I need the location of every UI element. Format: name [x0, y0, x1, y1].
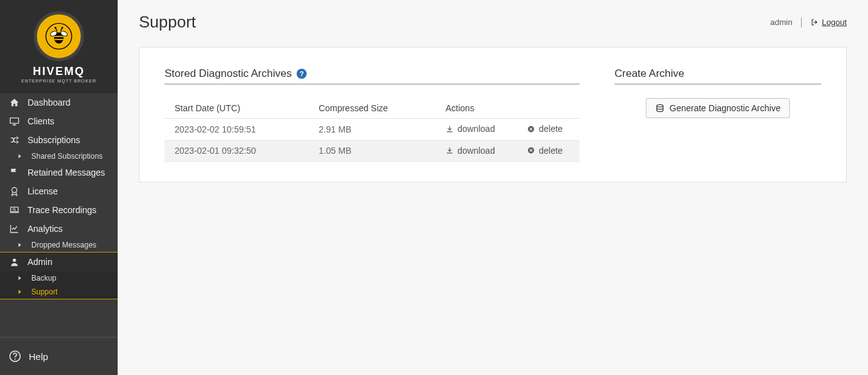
svg-rect-10 — [10, 118, 18, 124]
logout-icon — [810, 18, 819, 26]
divider — [801, 18, 802, 28]
delete-label: delete — [539, 124, 563, 134]
sidebar-sub-label: Dropped Messages — [31, 241, 96, 249]
svg-point-13 — [13, 208, 15, 210]
logout-label: Logout — [822, 18, 847, 27]
svg-point-8 — [54, 27, 56, 29]
sidebar-item-clients[interactable]: Clients — [0, 112, 118, 131]
logo-area: HIVEMQ ENTERPRISE MQTT BROKER — [0, 0, 118, 93]
download-icon — [446, 125, 454, 133]
delete-action[interactable]: delete — [527, 124, 563, 134]
page-title: Support — [139, 12, 196, 32]
sidebar-item-dashboard[interactable]: Dashboard — [0, 93, 118, 112]
database-icon — [655, 104, 665, 113]
generate-archive-button[interactable]: Generate Diagnostic Archive — [646, 98, 790, 118]
svg-rect-12 — [11, 207, 18, 211]
svg-point-14 — [13, 259, 16, 262]
archives-header: Stored Diagnostic Archives ? — [165, 68, 580, 84]
sidebar-item-label: Clients — [28, 116, 54, 126]
main-content: Support admin Logout Stored Diagnostic A… — [118, 0, 868, 375]
download-action[interactable]: download — [446, 124, 495, 134]
archives-section: Stored Diagnostic Archives ? Start Date … — [165, 68, 580, 162]
cell-size: 2.91 MB — [309, 119, 436, 141]
logout-link[interactable]: Logout — [810, 18, 847, 27]
content-wrap: Stored Diagnostic Archives ? Start Date … — [118, 47, 868, 182]
home-icon — [9, 98, 19, 108]
logo-name: HIVEMQ — [6, 65, 111, 78]
create-archive-header: Create Archive — [615, 68, 821, 84]
table-row: 2023-02-02 10:59:51 2.91 MB download — [165, 119, 580, 141]
sidebar-sub-support[interactable]: Support — [0, 285, 118, 299]
sidebar-sub-label: Shared Subscriptions — [31, 152, 103, 161]
sidebar-item-admin[interactable]: Admin — [0, 252, 118, 271]
column-header-date: Start Date (UTC) — [165, 98, 309, 119]
create-archive-section: Create Archive Generate Diagnostic Archi… — [615, 68, 821, 118]
download-label: download — [457, 146, 495, 156]
svg-rect-2 — [54, 36, 63, 37]
svg-point-9 — [61, 27, 63, 29]
svg-point-16 — [14, 359, 16, 360]
column-header-size: Compressed Size — [309, 98, 436, 119]
sidebar-item-license[interactable]: License — [0, 182, 118, 201]
download-label: download — [457, 124, 495, 134]
download-icon — [446, 146, 454, 154]
user-icon — [9, 257, 19, 267]
sidebar-sub-backup[interactable]: Backup — [0, 271, 118, 285]
logo-tagline: ENTERPRISE MQTT BROKER — [6, 79, 111, 83]
sidebar-item-label: Dashboard — [28, 98, 71, 108]
sidebar: HIVEMQ ENTERPRISE MQTT BROKER Dashboard … — [0, 0, 118, 375]
sidebar-item-analytics[interactable]: Analytics — [0, 219, 118, 238]
delete-icon — [527, 146, 535, 154]
sidebar-item-label: Subscriptions — [28, 135, 80, 145]
help-circle-icon — [9, 350, 21, 362]
sidebar-sub-shared-subscriptions[interactable]: Shared Subscriptions — [0, 149, 118, 163]
topbar-right: admin Logout — [770, 18, 847, 28]
cell-size: 1.05 MB — [309, 140, 436, 162]
svg-rect-3 — [54, 39, 63, 40]
sidebar-item-label: Admin — [28, 257, 53, 267]
cell-date: 2023-02-02 10:59:51 — [165, 119, 309, 141]
support-card: Stored Diagnostic Archives ? Start Date … — [139, 47, 847, 182]
sidebar-item-label: Trace Recordings — [28, 205, 96, 215]
sidebar-item-label: License — [28, 186, 58, 196]
generate-archive-label: Generate Diagnostic Archive — [670, 103, 780, 113]
sidebar-sub-dropped-messages[interactable]: Dropped Messages — [0, 238, 118, 252]
create-archive-title: Create Archive — [615, 68, 685, 80]
archives-table: Start Date (UTC) Compressed Size Actions… — [165, 98, 580, 162]
delete-action[interactable]: delete — [527, 146, 563, 156]
sidebar-sub-label: Backup — [31, 274, 56, 282]
laptop-search-icon — [9, 205, 19, 215]
sidebar-nav: Dashboard Clients Subscriptions Shared S… — [0, 93, 118, 337]
bee-icon — [45, 22, 73, 50]
delete-label: delete — [539, 146, 563, 156]
sidebar-item-help[interactable]: Help — [0, 342, 118, 370]
sidebar-item-label: Analytics — [28, 224, 63, 234]
current-user-label: admin — [770, 18, 792, 27]
svg-point-11 — [12, 188, 17, 192]
sidebar-item-retained-messages[interactable]: Retained Messages — [0, 163, 118, 182]
flag-icon — [9, 168, 19, 178]
caret-right-icon — [18, 242, 23, 248]
chart-line-icon — [9, 224, 19, 234]
sidebar-footer: Help — [0, 337, 118, 375]
sidebar-sub-label: Support — [31, 288, 58, 296]
sidebar-item-label: Retained Messages — [28, 168, 105, 178]
logo-emblem — [34, 11, 84, 61]
sidebar-admin-block: Admin Backup Support — [0, 252, 118, 299]
caret-right-icon — [18, 289, 23, 294]
sidebar-item-subscriptions[interactable]: Subscriptions — [0, 131, 118, 149]
caret-right-icon — [18, 154, 23, 159]
sidebar-item-trace-recordings[interactable]: Trace Recordings — [0, 201, 118, 219]
sidebar-item-label: Help — [29, 351, 48, 362]
shuffle-icon — [9, 135, 19, 145]
award-icon — [9, 186, 19, 196]
svg-point-19 — [656, 104, 663, 107]
table-row: 2023-02-01 09:32:50 1.05 MB download — [165, 140, 580, 162]
monitor-icon — [9, 116, 19, 126]
delete-icon — [527, 125, 535, 133]
download-action[interactable]: download — [446, 146, 495, 156]
cell-date: 2023-02-01 09:32:50 — [165, 140, 309, 162]
help-tooltip-icon[interactable]: ? — [297, 69, 307, 79]
caret-right-icon — [18, 276, 23, 281]
archives-title: Stored Diagnostic Archives — [165, 68, 292, 80]
